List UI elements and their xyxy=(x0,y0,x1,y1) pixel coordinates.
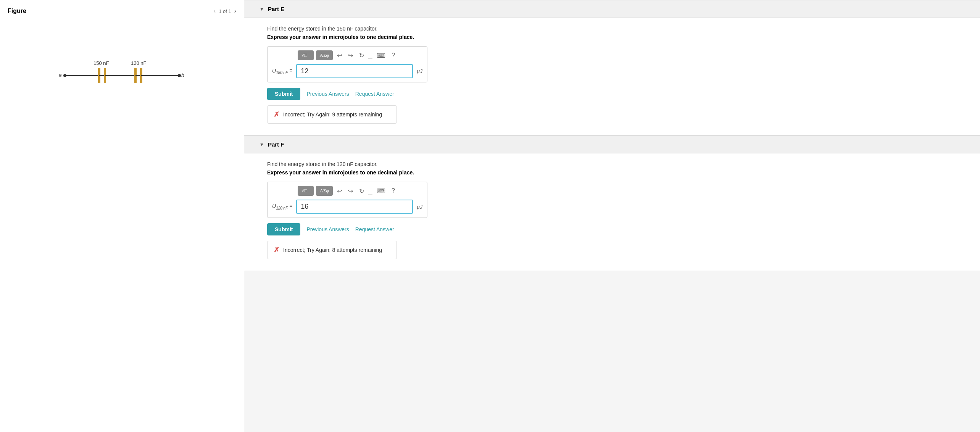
part-e-section: ▼ Part E Find the energy stored in the 1… xyxy=(244,0,980,135)
part-e-unit: μJ xyxy=(417,68,422,74)
part-e-math-btn[interactable]: √□ xyxy=(298,50,314,60)
part-f-submit-btn[interactable]: Submit xyxy=(267,223,300,235)
part-f-request-answer-btn[interactable]: Request Answer xyxy=(355,226,394,232)
figure-header: Figure ‹ 1 of 1 › xyxy=(8,8,236,15)
part-e-error-icon: ✗ xyxy=(274,110,279,119)
part-e-keyboard-btn[interactable]: ⌨ xyxy=(375,51,387,60)
part-f-math-icon: √□ xyxy=(301,188,310,193)
prev-figure-arrow[interactable]: ‹ xyxy=(214,8,216,15)
part-f-header: ▼ Part F xyxy=(244,135,980,153)
part-f-math-btn[interactable]: √□ xyxy=(298,186,314,196)
part-e-body: Find the energy stored in the 150 nF cap… xyxy=(244,18,980,135)
circuit-svg: a 150 nF 120 nF b xyxy=(53,45,191,106)
part-f-alpha-btn[interactable]: ΑΣφ xyxy=(316,186,333,196)
part-e-math-icon: √□ xyxy=(301,52,310,58)
part-e-answer-input[interactable] xyxy=(296,64,413,78)
left-panel: Figure ‹ 1 of 1 › a xyxy=(0,0,244,432)
part-e-refresh-btn[interactable]: ↻ xyxy=(357,51,366,60)
part-e-request-answer-btn[interactable]: Request Answer xyxy=(355,91,394,97)
part-f-prev-answers-btn[interactable]: Previous Answers xyxy=(306,226,349,232)
part-e-alpha-btn[interactable]: ΑΣφ xyxy=(316,50,333,60)
figure-page-indicator: 1 of 1 xyxy=(219,8,231,14)
part-f-refresh-btn[interactable]: ↻ xyxy=(357,186,366,196)
part-f-toolbar: √□ ΑΣφ ↩ ↪ ↻ ⎯ ⌨ ? xyxy=(272,186,422,196)
right-panel: ▼ Part E Find the energy stored in the 1… xyxy=(244,0,980,432)
part-e-separator: ⎯ xyxy=(368,52,372,60)
circuit-diagram: a 150 nF 120 nF b xyxy=(8,22,236,129)
part-f-separator: ⎯ xyxy=(368,187,372,195)
part-f-body: Find the energy stored in the 120 nF cap… xyxy=(244,153,980,271)
part-f-question: Find the energy stored in the 120 nF cap… xyxy=(267,161,957,167)
part-e-label: Part E xyxy=(268,6,284,12)
part-f-feedback: ✗ Incorrect; Try Again; 8 attempts remai… xyxy=(267,241,397,259)
svg-text:b: b xyxy=(181,72,184,78)
part-f-label: Part F xyxy=(268,141,284,148)
part-e-prev-answers-btn[interactable]: Previous Answers xyxy=(306,91,349,97)
svg-point-1 xyxy=(63,74,66,77)
part-e-feedback: ✗ Incorrect; Try Again; 9 attempts remai… xyxy=(267,105,397,124)
part-e-var-label: U150 nF = xyxy=(272,68,292,75)
part-e-feedback-text: Incorrect; Try Again; 9 attempts remaini… xyxy=(283,111,382,118)
svg-text:a: a xyxy=(59,72,62,78)
part-e-question: Find the energy stored in the 150 nF cap… xyxy=(267,26,957,32)
part-e-help-btn[interactable]: ? xyxy=(390,51,397,60)
part-e-input-row: U150 nF = μJ xyxy=(272,64,422,78)
part-e-collapse-arrow[interactable]: ▼ xyxy=(260,6,264,12)
part-e-input-container: √□ ΑΣφ ↩ ↪ ↻ ⎯ ⌨ ? U150 nF = xyxy=(267,46,427,82)
figure-title: Figure xyxy=(8,8,26,15)
part-e-instruction: Express your answer in microjoules to on… xyxy=(267,34,957,40)
part-f-section: ▼ Part F Find the energy stored in the 1… xyxy=(244,135,980,271)
part-e-action-row: Submit Previous Answers Request Answer xyxy=(267,88,957,100)
part-f-input-row: U120 nF = μJ xyxy=(272,200,422,214)
part-f-answer-input[interactable] xyxy=(296,200,413,214)
part-f-undo-btn[interactable]: ↩ xyxy=(335,186,344,196)
part-e-header: ▼ Part E xyxy=(244,0,980,18)
part-e-undo-btn[interactable]: ↩ xyxy=(335,51,344,60)
part-f-input-container: √□ ΑΣφ ↩ ↪ ↻ ⎯ ⌨ ? U120 nF = xyxy=(267,182,427,218)
part-e-submit-btn[interactable]: Submit xyxy=(267,88,300,100)
part-f-instruction: Express your answer in microjoules to on… xyxy=(267,169,957,176)
part-f-help-btn[interactable]: ? xyxy=(390,186,397,195)
part-f-error-icon: ✗ xyxy=(274,246,279,254)
svg-text:150 nF: 150 nF xyxy=(93,60,109,66)
part-f-action-row: Submit Previous Answers Request Answer xyxy=(267,223,957,235)
figure-nav: ‹ 1 of 1 › xyxy=(214,8,236,15)
svg-point-13 xyxy=(178,74,181,77)
part-f-keyboard-btn[interactable]: ⌨ xyxy=(375,186,387,196)
part-e-toolbar: √□ ΑΣφ ↩ ↪ ↻ ⎯ ⌨ ? xyxy=(272,50,422,60)
part-e-redo-btn[interactable]: ↪ xyxy=(346,51,355,60)
next-figure-arrow[interactable]: › xyxy=(234,8,236,15)
svg-text:120 nF: 120 nF xyxy=(131,60,147,66)
part-f-collapse-arrow[interactable]: ▼ xyxy=(260,142,264,147)
part-f-feedback-text: Incorrect; Try Again; 8 attempts remaini… xyxy=(283,247,382,253)
part-f-redo-btn[interactable]: ↪ xyxy=(346,186,355,196)
part-f-unit: μJ xyxy=(417,204,422,210)
part-f-var-label: U120 nF = xyxy=(272,203,292,210)
